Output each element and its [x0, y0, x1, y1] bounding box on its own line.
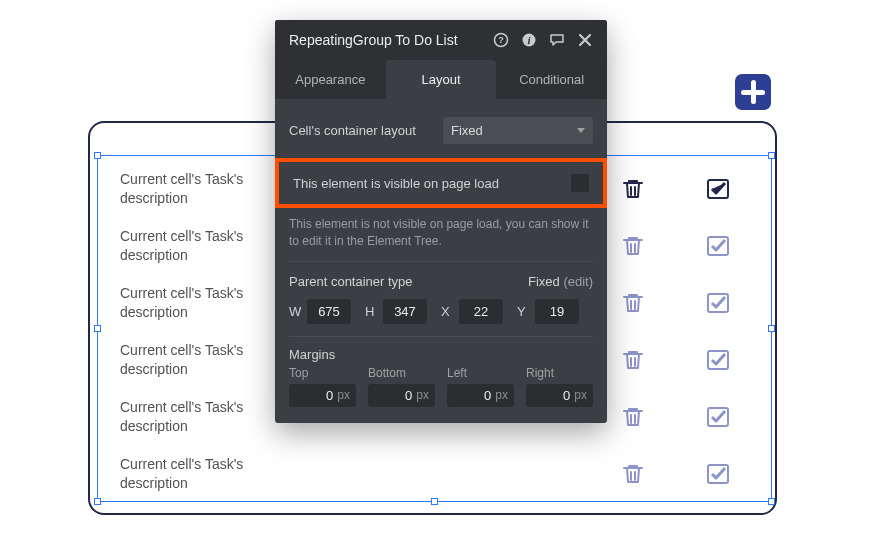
container-layout-label: Cell's container layout	[289, 123, 416, 138]
trash-icon[interactable]	[621, 348, 645, 372]
help-icon[interactable]: ?	[493, 32, 509, 48]
dim-y: Y19	[517, 299, 579, 324]
input-x[interactable]: 22	[459, 299, 503, 324]
check-icon[interactable]	[705, 347, 731, 373]
panel-tabs: Appearance Layout Conditional	[275, 60, 607, 99]
input-margin-right[interactable]: 0px	[526, 384, 593, 407]
parent-container-edit-link[interactable]: (edit)	[563, 274, 593, 289]
task-description[interactable]: Current cell's Task's description	[120, 341, 270, 379]
row-visible-highlight: This element is visible on page load	[275, 158, 607, 208]
task-description[interactable]: Current cell's Task's description	[120, 170, 270, 208]
info-icon[interactable]: i	[521, 32, 537, 48]
task-description[interactable]: Current cell's Task's description	[120, 227, 270, 265]
check-icon[interactable]	[705, 176, 731, 202]
comment-icon[interactable]	[549, 32, 565, 48]
container-layout-value: Fixed	[451, 123, 483, 138]
property-panel[interactable]: RepeatingGroup To Do List ? i Appearance…	[275, 20, 607, 423]
row-parent-container: Parent container type Fixed (edit)	[289, 262, 593, 293]
tab-appearance[interactable]: Appearance	[275, 60, 386, 99]
row-margins: Top 0px Bottom 0px Left 0px Right 0px	[289, 366, 593, 407]
chevron-down-icon	[577, 128, 585, 133]
resize-handle-w[interactable]	[94, 325, 101, 332]
input-h[interactable]: 347	[383, 299, 427, 324]
resize-handle-e[interactable]	[768, 325, 775, 332]
trash-icon[interactable]	[621, 291, 645, 315]
margin-left: Left 0px	[447, 366, 514, 407]
resize-handle-ne[interactable]	[768, 152, 775, 159]
margins-section-label: Margins	[289, 337, 593, 366]
check-icon[interactable]	[705, 461, 731, 487]
margin-top: Top 0px	[289, 366, 356, 407]
task-description[interactable]: Current cell's Task's description	[120, 455, 270, 493]
visible-checkbox[interactable]	[571, 174, 589, 192]
check-icon[interactable]	[705, 404, 731, 430]
close-icon[interactable]	[577, 32, 593, 48]
input-y[interactable]: 19	[535, 299, 579, 324]
input-w[interactable]: 675	[307, 299, 351, 324]
dim-w: W675	[289, 299, 351, 324]
visible-help-text: This element is not visible on page load…	[289, 214, 593, 262]
check-icon[interactable]	[705, 233, 731, 259]
row-container-layout: Cell's container layout Fixed	[289, 113, 593, 148]
svg-text:?: ?	[498, 35, 504, 45]
dim-h: H347	[365, 299, 427, 324]
tab-layout[interactable]: Layout	[386, 60, 497, 99]
parent-container-value-wrap: Fixed (edit)	[528, 274, 593, 289]
resize-handle-se[interactable]	[768, 498, 775, 505]
parent-container-value: Fixed	[528, 274, 560, 289]
container-layout-select[interactable]: Fixed	[443, 117, 593, 144]
panel-header[interactable]: RepeatingGroup To Do List ? i	[275, 20, 607, 60]
parent-container-label: Parent container type	[289, 274, 413, 289]
add-button[interactable]	[735, 74, 771, 110]
tab-conditional[interactable]: Conditional	[496, 60, 607, 99]
check-icon[interactable]	[705, 290, 731, 316]
margin-bottom: Bottom 0px	[368, 366, 435, 407]
row-dims: W675 H347 X22 Y19	[289, 293, 593, 337]
dim-x: X22	[441, 299, 503, 324]
panel-body: Cell's container layout Fixed This eleme…	[275, 99, 607, 423]
trash-icon[interactable]	[621, 462, 645, 486]
margin-right: Right 0px	[526, 366, 593, 407]
resize-handle-sw[interactable]	[94, 498, 101, 505]
visible-label: This element is visible on page load	[293, 176, 499, 191]
trash-icon[interactable]	[621, 405, 645, 429]
input-margin-left[interactable]: 0px	[447, 384, 514, 407]
resize-handle-nw[interactable]	[94, 152, 101, 159]
input-margin-bottom[interactable]: 0px	[368, 384, 435, 407]
trash-icon[interactable]	[621, 234, 645, 258]
input-margin-top[interactable]: 0px	[289, 384, 356, 407]
task-description[interactable]: Current cell's Task's description	[120, 398, 270, 436]
panel-actions: ? i	[493, 32, 593, 48]
task-description[interactable]: Current cell's Task's description	[120, 284, 270, 322]
trash-icon[interactable]	[621, 177, 645, 201]
panel-title: RepeatingGroup To Do List	[289, 32, 458, 48]
list-row[interactable]: Current cell's Task's description	[120, 445, 760, 502]
